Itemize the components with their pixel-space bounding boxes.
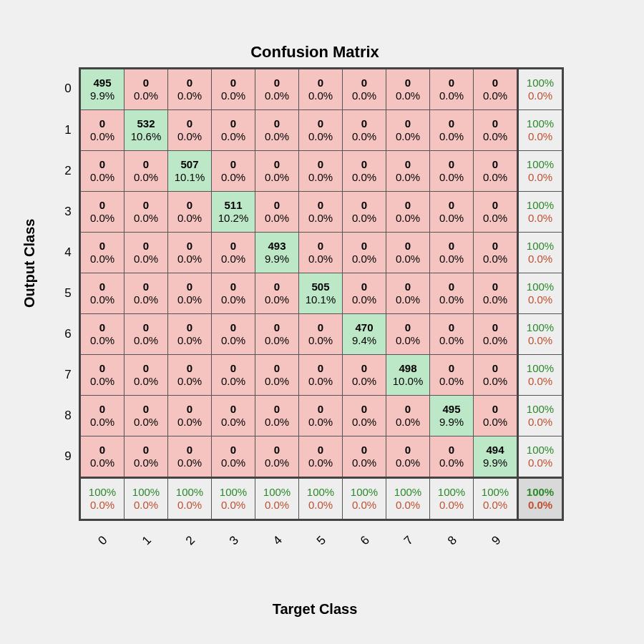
- matrix-cell: 00.0%: [386, 110, 430, 151]
- matrix-cell: 00.0%: [474, 314, 518, 355]
- matrix-cell: 00.0%: [343, 192, 386, 233]
- matrix-cell: 00.0%: [430, 69, 474, 110]
- matrix-cell: 00.0%: [299, 233, 343, 273]
- matrix-cell: 00.0%: [125, 314, 168, 355]
- matrix-cell: 00.0%: [168, 110, 212, 151]
- row-summary: 100%0.0%: [518, 110, 563, 151]
- matrix-cell: 00.0%: [125, 151, 168, 192]
- matrix-cell: 4959.9%: [430, 396, 474, 436]
- matrix-cell: 00.0%: [168, 314, 212, 355]
- matrix-cell: 00.0%: [474, 110, 518, 151]
- matrix-cell: 00.0%: [212, 436, 255, 478]
- matrix-cell: 00.0%: [474, 69, 518, 110]
- matrix-cell: 00.0%: [299, 151, 343, 192]
- matrix-cell: 00.0%: [299, 69, 343, 110]
- matrix-cell: 00.0%: [168, 396, 212, 436]
- matrix-cell: 00.0%: [299, 436, 343, 478]
- matrix-cell: 00.0%: [343, 69, 386, 110]
- row-summary: 100%0.0%: [518, 314, 563, 355]
- row-summary: 100%0.0%: [518, 69, 563, 110]
- matrix-cell: 00.0%: [430, 151, 474, 192]
- matrix-cell: 51110.2%: [212, 192, 255, 233]
- row-summary: 100%0.0%: [518, 355, 563, 396]
- matrix-cell: 00.0%: [125, 273, 168, 314]
- matrix-cell: 00.0%: [212, 396, 255, 436]
- matrix-cell: 00.0%: [212, 151, 255, 192]
- matrix-cell: 00.0%: [125, 436, 168, 478]
- y-axis-label: Output Class: [21, 219, 38, 308]
- x-axis-label: Target Class: [57, 601, 572, 618]
- matrix-cell: 00.0%: [474, 151, 518, 192]
- matrix-cell: 00.0%: [386, 273, 430, 314]
- matrix-table: 04959.9%00.0%00.0%00.0%00.0%00.0%00.0%00…: [57, 67, 564, 560]
- matrix-cell: 00.0%: [80, 396, 125, 436]
- row-label: 0: [57, 69, 80, 110]
- matrix-cell: 00.0%: [343, 355, 386, 396]
- matrix-cell: 00.0%: [299, 396, 343, 436]
- row-summary: 100%0.0%: [518, 192, 563, 233]
- row-summary: 100%0.0%: [518, 273, 563, 314]
- matrix-cell: 00.0%: [430, 273, 474, 314]
- row-label: 7: [57, 355, 80, 396]
- matrix-cell: 00.0%: [430, 233, 474, 273]
- matrix-cell: 00.0%: [474, 233, 518, 273]
- matrix-cell: 00.0%: [430, 436, 474, 478]
- matrix-cell: 49810.0%: [386, 355, 430, 396]
- chart-title: Confusion Matrix: [57, 43, 572, 62]
- row-label: 9: [57, 436, 80, 478]
- matrix-cell: 53210.6%: [125, 110, 168, 151]
- matrix-cell: 00.0%: [80, 355, 125, 396]
- matrix-cell: 00.0%: [255, 314, 299, 355]
- matrix-cell: 00.0%: [255, 192, 299, 233]
- row-summary: 100%0.0%: [518, 151, 563, 192]
- row-summary: 100%0.0%: [518, 233, 563, 273]
- matrix-cell: 00.0%: [343, 151, 386, 192]
- matrix-cell: 00.0%: [255, 69, 299, 110]
- matrix-cell: 00.0%: [125, 233, 168, 273]
- matrix-cell: 00.0%: [125, 355, 168, 396]
- matrix-cell: 00.0%: [80, 233, 125, 273]
- matrix-cell: 00.0%: [255, 273, 299, 314]
- matrix-cell: 00.0%: [386, 436, 430, 478]
- matrix-cell: 00.0%: [80, 192, 125, 233]
- matrix-cell: 00.0%: [299, 314, 343, 355]
- matrix-cell: 00.0%: [430, 314, 474, 355]
- matrix-cell: 00.0%: [255, 151, 299, 192]
- matrix-cell: 00.0%: [386, 233, 430, 273]
- matrix-cell: 00.0%: [474, 192, 518, 233]
- matrix-cell: 00.0%: [343, 273, 386, 314]
- matrix-cell: 00.0%: [125, 396, 168, 436]
- row-label: 5: [57, 273, 80, 314]
- matrix-cell: 00.0%: [168, 273, 212, 314]
- matrix-cell: 00.0%: [299, 110, 343, 151]
- matrix-cell: 00.0%: [80, 436, 125, 478]
- matrix-cell: 00.0%: [386, 151, 430, 192]
- matrix-cell: 00.0%: [212, 110, 255, 151]
- matrix-cell: 00.0%: [212, 273, 255, 314]
- matrix-cell: 00.0%: [386, 314, 430, 355]
- matrix-cell: 00.0%: [343, 436, 386, 478]
- matrix-cell: 00.0%: [343, 396, 386, 436]
- matrix-cell: 00.0%: [474, 396, 518, 436]
- matrix-cell: 00.0%: [168, 355, 212, 396]
- matrix-cell: 00.0%: [212, 69, 255, 110]
- matrix-cell: 00.0%: [299, 355, 343, 396]
- matrix-cell: 00.0%: [255, 396, 299, 436]
- matrix-cell: 00.0%: [212, 355, 255, 396]
- matrix-cell: 00.0%: [255, 355, 299, 396]
- matrix-cell: 00.0%: [386, 192, 430, 233]
- matrix-cell: 00.0%: [168, 192, 212, 233]
- matrix-cell: 00.0%: [386, 69, 430, 110]
- matrix-cell: 50710.1%: [168, 151, 212, 192]
- confusion-matrix: Confusion Matrix 04959.9%00.0%00.0%00.0%…: [57, 43, 572, 560]
- matrix-cell: 00.0%: [80, 151, 125, 192]
- matrix-cell: 00.0%: [212, 233, 255, 273]
- matrix-cell: 00.0%: [168, 436, 212, 478]
- matrix-cell: 00.0%: [255, 110, 299, 151]
- row-label: 1: [57, 110, 80, 151]
- matrix-cell: 00.0%: [474, 355, 518, 396]
- matrix-cell: 00.0%: [80, 110, 125, 151]
- matrix-cell: 00.0%: [430, 355, 474, 396]
- matrix-cell: 00.0%: [386, 396, 430, 436]
- matrix-cell: 00.0%: [212, 314, 255, 355]
